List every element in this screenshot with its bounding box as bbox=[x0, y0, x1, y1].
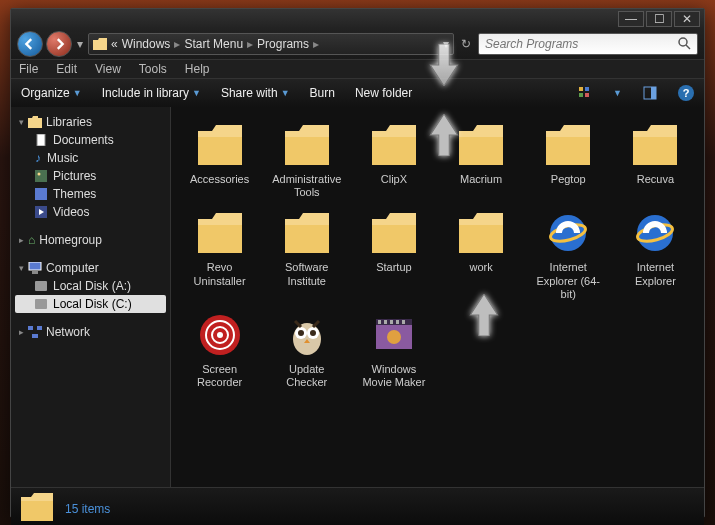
svg-rect-35 bbox=[378, 320, 381, 324]
history-dropdown[interactable]: ▾ bbox=[75, 37, 85, 51]
menu-bar: File Edit View Tools Help bbox=[11, 59, 704, 79]
file-item[interactable]: Administrative Tools bbox=[264, 119, 349, 201]
file-label: work bbox=[469, 261, 492, 274]
item-count: 15 items bbox=[65, 502, 110, 516]
file-label: Screen Recorder bbox=[184, 363, 256, 389]
file-item[interactable]: Screen Recorder bbox=[177, 309, 262, 391]
file-item[interactable]: Pegtop bbox=[526, 119, 611, 201]
command-bar: Organize▼ Include in library▼ Share with… bbox=[11, 79, 704, 107]
file-item[interactable]: ClipX bbox=[351, 119, 436, 201]
sidebar-item-documents[interactable]: Documents bbox=[15, 131, 166, 149]
folder-icon bbox=[196, 121, 244, 169]
svg-rect-36 bbox=[384, 320, 387, 324]
navigation-bar: ▾ « Windows ▸ Start Menu ▸ Programs ▸ ▾ … bbox=[11, 29, 704, 59]
svg-rect-34 bbox=[376, 319, 412, 325]
file-label: Pegtop bbox=[551, 173, 586, 186]
folder-icon bbox=[21, 493, 53, 525]
file-item[interactable]: Software Institute bbox=[264, 207, 349, 303]
menu-edit[interactable]: Edit bbox=[56, 62, 77, 76]
file-item[interactable]: Internet Explorer (64-bit) bbox=[526, 207, 611, 303]
file-item[interactable]: Windows Movie Maker bbox=[351, 309, 436, 391]
sidebar-item-videos[interactable]: Videos bbox=[15, 203, 166, 221]
file-item[interactable]: Update Checker bbox=[264, 309, 349, 391]
sidebar-network[interactable]: ▸Network bbox=[15, 323, 166, 341]
folder-icon bbox=[370, 121, 418, 169]
view-options-button[interactable] bbox=[577, 85, 593, 101]
include-library-button[interactable]: Include in library▼ bbox=[102, 86, 201, 100]
svg-point-0 bbox=[679, 38, 687, 46]
file-item[interactable]: Internet Explorer bbox=[613, 207, 698, 303]
svg-rect-13 bbox=[29, 262, 41, 270]
file-label: Internet Explorer bbox=[619, 261, 691, 287]
file-item[interactable]: Recuva bbox=[613, 119, 698, 201]
navigation-pane: ▾ Libraries Documents ♪Music Pictures Th… bbox=[11, 107, 171, 487]
breadcrumb-part[interactable]: Windows bbox=[122, 37, 171, 51]
sidebar-libraries[interactable]: ▾ Libraries bbox=[15, 113, 166, 131]
organize-button[interactable]: Organize▼ bbox=[21, 86, 82, 100]
file-label: Macrium bbox=[460, 173, 502, 186]
file-item[interactable]: work bbox=[438, 207, 523, 303]
file-label: Startup bbox=[376, 261, 411, 274]
preview-pane-button[interactable] bbox=[642, 85, 658, 101]
sidebar-computer[interactable]: ▾Computer bbox=[15, 259, 166, 277]
sidebar-homegroup[interactable]: ▸⌂Homegroup bbox=[15, 231, 166, 249]
svg-rect-15 bbox=[35, 281, 47, 291]
svg-rect-3 bbox=[579, 93, 583, 97]
svg-point-10 bbox=[38, 173, 41, 176]
breadcrumb-part[interactable]: Programs bbox=[257, 37, 309, 51]
folder-icon bbox=[93, 37, 107, 51]
view-dropdown[interactable]: ▼ bbox=[613, 88, 622, 98]
file-item[interactable]: Accessories bbox=[177, 119, 262, 201]
file-item[interactable]: Revo Uninstaller bbox=[177, 207, 262, 303]
menu-view[interactable]: View bbox=[95, 62, 121, 76]
refresh-button[interactable]: ↻ bbox=[457, 37, 475, 51]
back-button[interactable] bbox=[17, 31, 43, 57]
menu-tools[interactable]: Tools bbox=[139, 62, 167, 76]
file-item[interactable]: Macrium bbox=[438, 119, 523, 201]
menu-help[interactable]: Help bbox=[185, 62, 210, 76]
owl-icon bbox=[283, 311, 331, 359]
file-label: Internet Explorer (64-bit) bbox=[532, 261, 604, 301]
sidebar-item-disk-a[interactable]: Local Disk (A:) bbox=[15, 277, 166, 295]
explorer-body: ▾ Libraries Documents ♪Music Pictures Th… bbox=[11, 107, 704, 487]
breadcrumb-dropdown[interactable]: ▾ bbox=[443, 37, 449, 51]
address-bar[interactable]: « Windows ▸ Start Menu ▸ Programs ▸ ▾ bbox=[88, 33, 454, 55]
file-label: Revo Uninstaller bbox=[184, 261, 256, 287]
breadcrumb-sep: ▸ bbox=[247, 37, 253, 51]
breadcrumb-sep: ▸ bbox=[313, 37, 319, 51]
svg-rect-8 bbox=[37, 134, 45, 146]
svg-point-20 bbox=[550, 215, 586, 251]
sidebar-item-music[interactable]: ♪Music bbox=[15, 149, 166, 167]
sidebar-item-disk-c[interactable]: Local Disk (C:) bbox=[15, 295, 166, 313]
breadcrumb-pre: « bbox=[111, 37, 118, 51]
svg-rect-39 bbox=[402, 320, 405, 324]
folder-icon bbox=[196, 209, 244, 257]
svg-point-22 bbox=[637, 215, 673, 251]
share-with-button[interactable]: Share with▼ bbox=[221, 86, 290, 100]
search-box[interactable] bbox=[478, 33, 698, 55]
new-folder-button[interactable]: New folder bbox=[355, 86, 412, 100]
search-input[interactable] bbox=[485, 37, 677, 51]
menu-file[interactable]: File bbox=[19, 62, 38, 76]
file-label: Recuva bbox=[637, 173, 674, 186]
folder-icon bbox=[457, 209, 505, 257]
folder-icon bbox=[283, 121, 331, 169]
file-label: Software Institute bbox=[271, 261, 343, 287]
file-item[interactable]: Startup bbox=[351, 207, 436, 303]
sidebar-item-themes[interactable]: Themes bbox=[15, 185, 166, 203]
folder-icon bbox=[283, 209, 331, 257]
items-view[interactable]: AccessoriesAdministrative ToolsClipXMacr… bbox=[171, 107, 704, 487]
help-button[interactable]: ? bbox=[678, 85, 694, 101]
burn-button[interactable]: Burn bbox=[310, 86, 335, 100]
search-icon[interactable] bbox=[677, 36, 691, 53]
folder-icon bbox=[370, 209, 418, 257]
minimize-button[interactable]: — bbox=[618, 11, 644, 27]
folder-icon bbox=[631, 121, 679, 169]
sidebar-item-pictures[interactable]: Pictures bbox=[15, 167, 166, 185]
close-button[interactable]: ✕ bbox=[674, 11, 700, 27]
breadcrumb-part[interactable]: Start Menu bbox=[184, 37, 243, 51]
folder-icon bbox=[544, 121, 592, 169]
svg-rect-9 bbox=[35, 170, 47, 182]
forward-button[interactable] bbox=[46, 31, 72, 57]
maximize-button[interactable]: ☐ bbox=[646, 11, 672, 27]
